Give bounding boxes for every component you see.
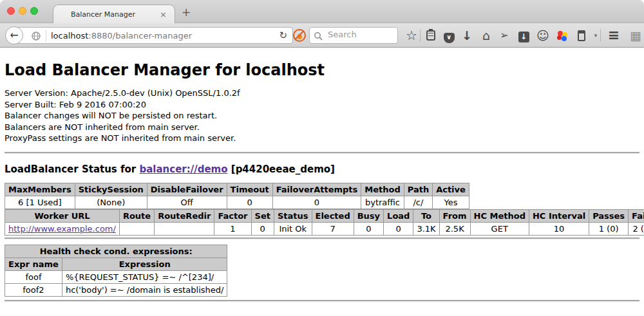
url-host: localhost	[51, 31, 88, 41]
addon-colordots-icon[interactable]	[554, 28, 571, 42]
send-tab-icon[interactable]: ➢	[496, 28, 513, 42]
col-fails: Fails	[629, 209, 644, 222]
col-path: Path	[404, 183, 432, 196]
cell-passes: 1 (0)	[589, 222, 629, 235]
globe-icon	[32, 31, 41, 43]
cell-expression: %{REQUEST_STATUS} =~ /^[234]/	[62, 270, 227, 283]
clipboard-icon	[426, 30, 435, 41]
cell-method: bytraffic	[361, 196, 404, 209]
col-stickysession: StickySession	[75, 183, 147, 196]
tab-close-icon[interactable]: ×	[160, 10, 167, 19]
url-text[interactable]: localhost:8880/balancer-manager	[51, 31, 192, 41]
col-expression: Expression	[62, 257, 227, 270]
status-suffix: [p4420eeae_demo]	[231, 163, 335, 175]
table-title-row: Health check cond. expressions:	[5, 245, 227, 257]
health-check-table: Health check cond. expressions: Expr nam…	[5, 245, 227, 297]
balancer-status-heading: LoadBalancer Status for balancer://demo …	[5, 163, 639, 175]
divider	[5, 237, 639, 239]
col-active: Active	[433, 183, 469, 196]
col-busy: Busy	[354, 209, 383, 222]
col-elected: Elected	[312, 209, 354, 222]
close-window-button[interactable]	[7, 7, 15, 15]
dropdown-caret-icon[interactable]: ▾	[587, 28, 604, 42]
proxypass-warning-line: ProxyPass settings are NOT inherited fro…	[5, 133, 639, 144]
cell-failoverattempts: 0	[272, 196, 361, 209]
forum-smiley-icon[interactable]: ☺	[535, 28, 551, 42]
col-from: From	[439, 209, 470, 222]
reload-icon[interactable]: ↻	[279, 30, 287, 41]
search-icon	[314, 31, 323, 43]
cell-maxmembers: 6 [1 Used]	[5, 196, 75, 209]
toolbar-separator	[600, 29, 601, 42]
url-path: :8880/balancer-manager	[88, 31, 192, 41]
col-hc-method: HC Method	[470, 209, 529, 222]
title-bar: Balancer Manager × +	[0, 0, 644, 23]
search-bar[interactable]	[309, 27, 398, 44]
cell-to: 3.1K	[413, 222, 439, 235]
health-row: foof2 hc('body') =~ /domain is establish…	[5, 283, 227, 296]
cell-fails: 2 (0)	[629, 222, 644, 235]
cell-status: Init Ok	[274, 222, 312, 235]
cell-factor: 1	[214, 222, 251, 235]
battery-shape	[578, 30, 585, 41]
cell-route	[119, 222, 154, 235]
worker-row: http://www.example.com/ 1 0 Init Ok 7 0 …	[5, 222, 644, 235]
new-tab-button[interactable]: +	[182, 6, 191, 19]
col-expr-name: Expr name	[5, 257, 62, 270]
minimize-window-button[interactable]	[19, 7, 26, 15]
search-input[interactable]	[327, 29, 394, 40]
bookmark-star-icon[interactable]: ☆	[403, 28, 420, 42]
divider	[5, 300, 639, 302]
cell-routeredir	[155, 222, 214, 235]
server-built-line: Server Built: Feb 9 2016 07:00:20	[5, 99, 639, 111]
save-to-device-icon[interactable]: ↓	[515, 28, 532, 42]
pages-grid-icon[interactable]: ▦	[627, 28, 644, 42]
worker-url-link[interactable]: http://www.example.com/	[8, 224, 116, 234]
toolbar-separator	[420, 29, 421, 42]
col-route: Route	[119, 209, 154, 222]
reading-list-icon[interactable]	[422, 28, 439, 42]
url-separator	[46, 30, 46, 42]
url-bar[interactable]: localhost:8880/balancer-manager ↻	[14, 27, 293, 44]
persist-warning-line: Balancer changes will NOT be persisted o…	[5, 110, 639, 122]
cell-timeout: 0	[227, 196, 272, 209]
col-disablefailover: DisableFailover	[147, 183, 227, 196]
health-row: foof %{REQUEST_STATUS} =~ /^[234]/	[5, 270, 227, 283]
zoom-window-button[interactable]	[30, 7, 38, 15]
cell-load: 0	[384, 222, 413, 235]
worker-table: Worker URL Route RouteRedir Factor Set S…	[5, 209, 644, 236]
cell-path: /c/	[404, 196, 432, 209]
inherit-warning-line: Balancers are NOT inherited from main se…	[5, 122, 639, 133]
col-timeout: Timeout	[227, 183, 272, 196]
table-row: 6 [1 Used] (None) Off 0 0 bytraffic /c/ …	[5, 196, 469, 209]
cell-hc-interval: 10	[529, 222, 589, 235]
cell-set: 0	[251, 222, 274, 235]
status-prefix: LoadBalancer Status for	[5, 163, 136, 175]
page-content: Load Balancer Manager for localhost Serv…	[0, 61, 644, 316]
tab-balancer-manager[interactable]: Balancer Manager ×	[53, 5, 175, 24]
cell-hc-method: GET	[470, 222, 529, 235]
cell-expr-name: foof	[5, 270, 62, 283]
col-routeredir: RouteRedir	[155, 209, 214, 222]
balancer-settings-table: MaxMembers StickySession DisableFailover…	[5, 183, 469, 209]
balancer-link[interactable]: balancer://demo	[139, 163, 227, 175]
downloads-icon[interactable]: ↓	[459, 28, 475, 42]
col-maxmembers: MaxMembers	[5, 183, 75, 196]
cell-from: 2.5K	[439, 222, 470, 235]
col-failoverattempts: FailoverAttempts	[272, 183, 361, 196]
tab-title: Balancer Manager	[53, 10, 153, 19]
back-button[interactable]: ←	[5, 26, 23, 44]
col-hc-interval: HC Interval	[529, 209, 589, 222]
color-dots	[556, 30, 568, 41]
col-method: Method	[361, 183, 404, 196]
cell-stickysession: (None)	[75, 196, 147, 209]
dark-download-arrow: ↓	[518, 32, 529, 42]
pocket-icon[interactable]: ∨	[440, 28, 457, 42]
content-blocked-icon[interactable]	[293, 29, 306, 42]
col-load: Load	[384, 209, 413, 222]
home-icon[interactable]: ⌂	[478, 28, 495, 42]
server-info: Server Version: Apache/2.5.0-dev (Unix) …	[5, 88, 639, 144]
cell-busy: 0	[354, 222, 383, 235]
menu-hamburger-icon[interactable]: ≡	[605, 28, 622, 42]
pocket-chevron: ∨	[444, 33, 455, 43]
